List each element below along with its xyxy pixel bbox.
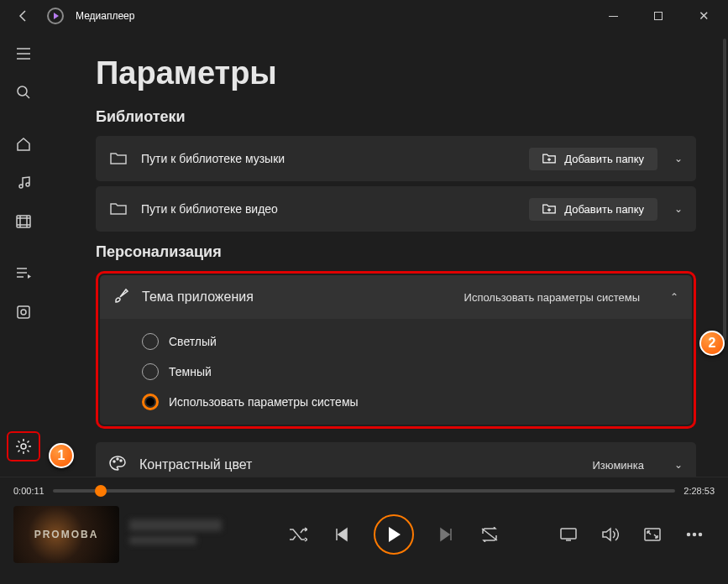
app-theme-header[interactable]: Тема приложения Использовать параметры с… [100, 275, 692, 319]
folder-icon [109, 202, 128, 216]
app-title: Медиаплеер [76, 10, 134, 22]
content-area: Параметры Библиотеки Пути к библиотеке м… [47, 32, 728, 477]
theme-option-light[interactable]: Светлый [142, 331, 658, 352]
row-label: Тема приложения [142, 289, 254, 305]
callout-badge-2: 2 [699, 331, 725, 356]
search-button[interactable] [7, 77, 40, 107]
music-library-button[interactable] [7, 168, 40, 198]
app-theme-setting: Тема приложения Использовать параметры с… [96, 271, 696, 429]
accent-color-row[interactable]: Контрастный цвет Изюминка ⌄ [96, 442, 696, 477]
current-time: 0:00:11 [13, 486, 45, 496]
home-button[interactable] [7, 129, 40, 159]
scrollbar[interactable] [723, 39, 726, 341]
option-label: Темный [169, 365, 212, 378]
window-maximize-button[interactable] [641, 4, 676, 28]
svg-point-7 [120, 460, 122, 461]
svg-rect-1 [17, 216, 30, 227]
seek-thumb[interactable] [95, 485, 107, 497]
libraries-section-title: Библиотеки [96, 108, 696, 126]
total-time: 2:28:53 [683, 486, 715, 496]
button-label: Добавить папку [564, 153, 644, 165]
svg-rect-8 [561, 529, 576, 539]
seek-bar[interactable] [53, 489, 676, 493]
theme-option-system[interactable]: Использовать параметры системы [142, 391, 658, 413]
theme-option-dark[interactable]: Темный [142, 361, 658, 383]
window-close-button[interactable]: ✕ [686, 4, 721, 28]
palette-icon [109, 456, 126, 474]
app-logo-icon [47, 8, 64, 24]
repeat-button[interactable] [478, 523, 501, 546]
play-queue-button[interactable] [7, 297, 40, 327]
page-title: Параметры [96, 55, 696, 91]
chevron-down-icon: ⌄ [674, 459, 683, 471]
svg-rect-9 [645, 529, 660, 540]
chevron-down-icon: ⌄ [674, 203, 683, 215]
row-label: Пути к библиотеке видео [141, 202, 278, 216]
player-bar: 0:00:11 2:28:53 PROMOBA [0, 477, 728, 584]
add-video-folder-button[interactable]: Добавить папку [529, 198, 657, 221]
back-button[interactable] [12, 4, 35, 28]
thumbnail-text: PROMOBA [34, 529, 99, 540]
svg-point-12 [699, 534, 702, 536]
cast-button[interactable] [557, 523, 580, 546]
row-value: Изюминка [593, 459, 645, 472]
option-label: Использовать параметры системы [169, 395, 359, 409]
folder-icon [109, 152, 128, 165]
add-music-folder-button[interactable]: Добавить папку [529, 148, 657, 170]
option-label: Светлый [169, 335, 217, 348]
brush-icon [113, 288, 128, 306]
sidebar [0, 32, 47, 477]
shuffle-button[interactable] [286, 523, 310, 546]
video-library-button[interactable] [7, 206, 40, 237]
row-label: Контрастный цвет [139, 457, 252, 472]
svg-point-11 [694, 534, 696, 536]
row-value: Использовать параметры системы [464, 291, 640, 304]
chevron-up-icon: ⌃ [670, 291, 678, 303]
svg-point-10 [688, 534, 690, 536]
playlists-button[interactable] [7, 258, 40, 289]
title-bar: Медиаплеер ✕ [0, 0, 728, 32]
now-playing-thumbnail[interactable]: PROMOBA [13, 506, 119, 563]
row-label: Пути к библиотеке музыки [141, 152, 285, 165]
settings-button[interactable] [7, 431, 40, 461]
menu-button[interactable] [7, 39, 40, 69]
personalization-section-title: Персонализация [96, 243, 696, 261]
svg-point-0 [18, 86, 27, 96]
next-button[interactable] [434, 523, 458, 546]
chevron-down-icon: ⌄ [674, 153, 683, 164]
video-library-paths-row[interactable]: Пути к библиотеке видео Добавить папку ⌄ [96, 186, 696, 232]
more-button[interactable] [683, 523, 706, 546]
window-minimize-button[interactable] [595, 4, 631, 28]
svg-point-5 [113, 461, 115, 462]
volume-button[interactable] [599, 523, 622, 546]
music-library-paths-row[interactable]: Пути к библиотеке музыки Добавить папку … [96, 136, 696, 181]
svg-point-4 [21, 444, 26, 449]
svg-point-6 [117, 458, 118, 460]
button-label: Добавить папку [564, 203, 644, 216]
track-info [129, 519, 230, 550]
play-button[interactable] [374, 514, 414, 555]
previous-button[interactable] [330, 523, 354, 546]
callout-badge-1: 1 [49, 443, 74, 468]
mini-player-button[interactable] [641, 523, 664, 546]
svg-rect-2 [18, 306, 29, 318]
svg-point-3 [21, 310, 26, 315]
